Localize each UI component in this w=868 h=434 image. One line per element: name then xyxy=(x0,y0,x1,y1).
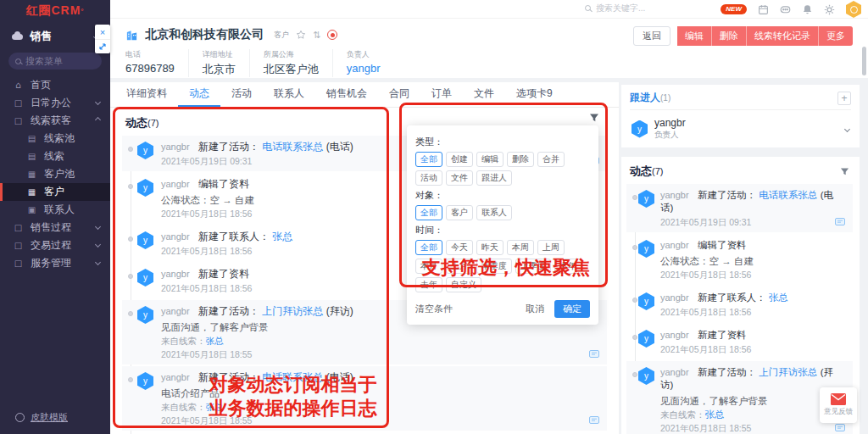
filter-chip[interactable]: 跟进人 xyxy=(476,170,512,186)
edit-button[interactable]: 编辑 xyxy=(677,26,712,46)
tab[interactable]: 合同 xyxy=(378,82,420,107)
filter-chip[interactable]: 创建 xyxy=(446,152,473,167)
filter-chip[interactable]: 活动 xyxy=(415,170,442,186)
star-icon[interactable] xyxy=(296,30,306,40)
cancel-button[interactable]: 取消 xyxy=(519,301,551,317)
entry-link[interactable]: 上门拜访张总 xyxy=(759,367,817,377)
sidebar-nav-item[interactable]: 线索 xyxy=(0,147,110,165)
entry-user: yangbr xyxy=(161,372,190,382)
comment-icon[interactable] xyxy=(835,218,845,226)
sidebar-search[interactable] xyxy=(8,53,102,70)
tab[interactable]: 详细资料 xyxy=(115,82,178,107)
tab[interactable]: 选项卡9 xyxy=(505,82,564,107)
filter-chip[interactable]: 联系人 xyxy=(476,205,512,220)
back-button[interactable]: 返回 xyxy=(633,26,670,46)
filter-chip[interactable]: 去年 xyxy=(415,277,442,292)
comment-icon[interactable] xyxy=(589,416,599,425)
tab[interactable]: 活动 xyxy=(220,82,263,107)
calendar-icon[interactable] xyxy=(758,4,769,15)
sidebar: 红圈CRM° 销售 首页 日常办公 xyxy=(0,0,110,434)
sidebar-nav-item[interactable]: 客户池 xyxy=(0,165,110,183)
sidebar-search-input[interactable] xyxy=(25,56,93,66)
clear-conditions-link[interactable]: 清空条件 xyxy=(415,303,453,315)
entry-link[interactable]: 电话联系张总 xyxy=(759,190,817,200)
topbar: NEW xyxy=(110,0,868,19)
bell-icon[interactable] xyxy=(802,4,813,15)
skin-template-link[interactable]: 皮肤模版 xyxy=(0,403,110,434)
entry-link[interactable]: 张总 xyxy=(769,292,788,303)
filter-chip[interactable]: 本年 xyxy=(554,259,581,274)
filter-chip[interactable]: 上周 xyxy=(537,240,565,255)
more-button[interactable]: 更多 xyxy=(819,26,853,46)
entry-action: 新建了资料 xyxy=(698,330,747,340)
transfer-icon[interactable]: ⇅ xyxy=(313,30,320,41)
filter-chip[interactable]: 文件 xyxy=(446,170,473,186)
tab[interactable]: 动态 xyxy=(178,82,220,107)
filter-chip[interactable]: 全部 xyxy=(415,240,442,255)
entry-link[interactable]: 电话联系张总 xyxy=(262,371,323,383)
filter-chip[interactable]: 全部 xyxy=(415,152,442,167)
global-search[interactable] xyxy=(585,3,672,13)
scrollbar-thumb[interactable] xyxy=(862,47,866,75)
close-icon[interactable]: × xyxy=(95,25,110,39)
add-follower-button[interactable]: + xyxy=(837,92,851,105)
user-avatar[interactable] xyxy=(846,1,861,18)
entry-link[interactable]: 电话联系张总 xyxy=(262,141,323,153)
filter-chip[interactable]: 本周 xyxy=(507,240,534,255)
entry-source-link[interactable]: 张总 xyxy=(705,409,725,420)
right-feed-title: 动态 xyxy=(630,164,652,179)
lead-convert-record-button[interactable]: 线索转化记录 xyxy=(747,26,819,46)
sidebar-nav-item[interactable]: 线索池 xyxy=(0,130,110,147)
entry-source-link[interactable]: 张总 xyxy=(206,402,224,412)
entry-source: 来自线索：张总 xyxy=(660,409,836,420)
follower-row[interactable]: y yangbr 负责人 xyxy=(630,110,851,147)
filter-chip[interactable]: 客户 xyxy=(446,205,473,220)
filter-chip[interactable]: 本月 xyxy=(415,259,442,274)
filter-chip[interactable]: 今天 xyxy=(446,240,473,255)
seal-icon[interactable] xyxy=(327,30,337,40)
sidebar-nav-item[interactable]: 日常办公 xyxy=(0,94,110,112)
field-value: yangbr xyxy=(347,62,381,75)
sidebar-nav-item[interactable]: 联系人 xyxy=(0,201,110,219)
tab[interactable]: 销售机会 xyxy=(315,82,378,107)
tab[interactable]: 联系人 xyxy=(263,82,315,107)
filter-chip[interactable]: 自定义 xyxy=(446,277,481,292)
sidebar-nav-item[interactable]: 客户 xyxy=(0,183,110,201)
comment-icon[interactable] xyxy=(589,350,599,359)
confirm-button[interactable]: 确定 xyxy=(554,300,590,318)
comment-icon[interactable] xyxy=(835,424,845,432)
filter-chip[interactable]: 上季度 xyxy=(515,259,551,274)
entry-action: 新建了活动： xyxy=(698,190,756,200)
chat-icon[interactable] xyxy=(780,4,791,15)
feedback-button[interactable]: 意见反馈 xyxy=(820,387,857,423)
filter-funnel-icon[interactable] xyxy=(840,167,849,176)
filter-time-label: 时间： xyxy=(415,224,590,236)
entry-link[interactable]: 上门拜访张总 xyxy=(262,305,323,317)
filter-chip[interactable]: 全部 xyxy=(415,205,442,220)
filter-funnel-icon[interactable] xyxy=(589,113,599,125)
tab[interactable]: 文件 xyxy=(463,82,505,107)
workspace-switcher[interactable]: 销售 xyxy=(0,22,110,49)
filter-chip[interactable]: 上月 xyxy=(446,259,473,274)
delete-button[interactable]: 删除 xyxy=(712,26,747,46)
entry-link[interactable]: 张总 xyxy=(272,231,292,242)
filter-chip[interactable]: 编辑 xyxy=(476,152,504,167)
sidebar-nav-item[interactable]: 线索获客 xyxy=(0,112,110,130)
filter-chip[interactable]: 删除 xyxy=(507,152,534,167)
gear-icon[interactable] xyxy=(824,4,835,15)
filter-chip[interactable]: 昨天 xyxy=(476,240,504,255)
entry-detail: 电话介绍产品 xyxy=(161,387,585,399)
filter-chip[interactable]: 合并 xyxy=(537,152,565,167)
entry-source-link[interactable]: 张总 xyxy=(206,336,224,346)
sidebar-nav-item[interactable]: 服务管理 xyxy=(0,254,110,272)
sidebar-nav-item[interactable]: 交易过程 xyxy=(0,236,110,254)
sidebar-nav-item[interactable]: 销售过程 xyxy=(0,219,110,236)
global-search-input[interactable] xyxy=(596,3,672,13)
filter-chip[interactable]: 本季度 xyxy=(476,259,512,274)
nav-item-label: 交易过程 xyxy=(31,238,71,253)
resize-icon[interactable] xyxy=(95,39,110,53)
entry-time: 2021年05月18日 18:55 xyxy=(161,349,585,360)
sidebar-nav-item[interactable]: 首页 xyxy=(0,76,110,94)
entry-detail: 见面沟通，了解客户背景 xyxy=(660,395,836,407)
tab[interactable]: 订单 xyxy=(420,82,463,107)
